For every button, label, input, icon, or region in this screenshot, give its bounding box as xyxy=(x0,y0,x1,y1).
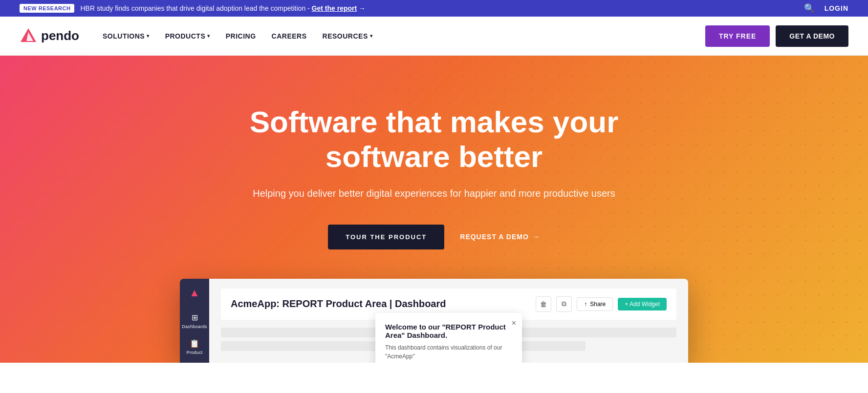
dashboard-title: AcmeApp: REPORT Product Area | Dashboard xyxy=(231,298,446,310)
sidebar: ▲ ⊞ Dashboards 📋 Product xyxy=(180,279,209,363)
announcement-left: NEW RESEARCH HBR study finds companies t… xyxy=(20,4,366,13)
dashboard-actions: 🗑 ⧉ ↑ Share + Add Widget xyxy=(536,296,667,312)
announcement-right: 🔍 LOGIN xyxy=(804,3,848,14)
sidebar-logo-icon: ▲ xyxy=(189,287,200,299)
logo[interactable]: pendo xyxy=(20,27,79,45)
dashboard-preview: ▲ ⊞ Dashboards 📋 Product AcmeApp: REPORT… xyxy=(180,279,688,363)
chevron-down-icon: ▾ xyxy=(147,33,150,39)
pendo-logo-icon xyxy=(20,27,37,45)
chevron-down-icon: ▾ xyxy=(207,33,210,39)
nav-links: SOLUTIONS ▾ PRODUCTS ▾ PRICING CAREERS xyxy=(103,32,372,40)
sidebar-item-product[interactable]: 📋 Product xyxy=(186,339,202,355)
new-research-badge: NEW RESEARCH xyxy=(20,4,74,13)
add-widget-button[interactable]: + Add Widget xyxy=(618,298,667,310)
navbar-right: TRY FREE GET A DEMO xyxy=(705,25,848,47)
share-icon: ↑ xyxy=(584,301,587,308)
product-icon: 📋 xyxy=(190,339,199,348)
nav-item-careers[interactable]: CAREERS xyxy=(272,32,307,40)
get-report-link[interactable]: Get the report xyxy=(312,4,357,12)
dashboard-main: AcmeApp: REPORT Product Area | Dashboard… xyxy=(209,279,688,363)
hero-buttons: TOUR THE PRODUCT REQUEST A DEMO → xyxy=(328,225,540,249)
nav-item-resources[interactable]: RESOURCES ▾ xyxy=(323,32,373,40)
arrow-icon: → xyxy=(533,233,540,241)
tour-product-button[interactable]: TOUR THE PRODUCT xyxy=(328,225,444,249)
close-icon[interactable]: × xyxy=(512,319,516,328)
announcement-bar: NEW RESEARCH HBR study finds companies t… xyxy=(0,0,868,17)
nav-item-products[interactable]: PRODUCTS ▾ xyxy=(165,32,210,40)
logo-text: pendo xyxy=(41,28,79,43)
trash-icon: 🗑 xyxy=(540,300,547,308)
navbar-left: pendo SOLUTIONS ▾ PRODUCTS ▾ PRICING xyxy=(20,27,372,45)
tooltip-title: Welcome to our "REPORT Product Area" Das… xyxy=(385,323,512,339)
get-demo-button[interactable]: GET A DEMO xyxy=(776,25,848,47)
search-icon[interactable]: 🔍 xyxy=(804,3,815,14)
sidebar-item-dashboards[interactable]: ⊞ Dashboards xyxy=(182,313,207,329)
hero-title: Software that makes your software better xyxy=(214,104,654,174)
copy-icon: ⧉ xyxy=(562,300,566,308)
nav-item-solutions[interactable]: SOLUTIONS ▾ xyxy=(103,32,150,40)
hero-section: Software that makes your software better… xyxy=(0,56,868,363)
tooltip-text: This dashboard contains visualizations o… xyxy=(385,343,512,361)
hero-subtitle: Helping you deliver better digital exper… xyxy=(253,188,615,199)
share-button[interactable]: ↑ Share xyxy=(577,297,613,311)
delete-button[interactable]: 🗑 xyxy=(536,296,551,312)
request-demo-button[interactable]: REQUEST A DEMO → xyxy=(460,233,540,241)
login-link[interactable]: LOGIN xyxy=(825,4,848,12)
dashboards-icon: ⊞ xyxy=(192,313,198,322)
announcement-text: HBR study finds companies that drive dig… xyxy=(80,4,366,12)
tooltip-card: × Welcome to our "REPORT Product Area" D… xyxy=(375,313,522,363)
chevron-down-icon: ▾ xyxy=(370,33,373,39)
nav-item-pricing[interactable]: PRICING xyxy=(226,32,256,40)
try-free-button[interactable]: TRY FREE xyxy=(705,25,770,47)
navbar: pendo SOLUTIONS ▾ PRODUCTS ▾ PRICING xyxy=(0,17,868,56)
copy-button[interactable]: ⧉ xyxy=(556,296,572,312)
